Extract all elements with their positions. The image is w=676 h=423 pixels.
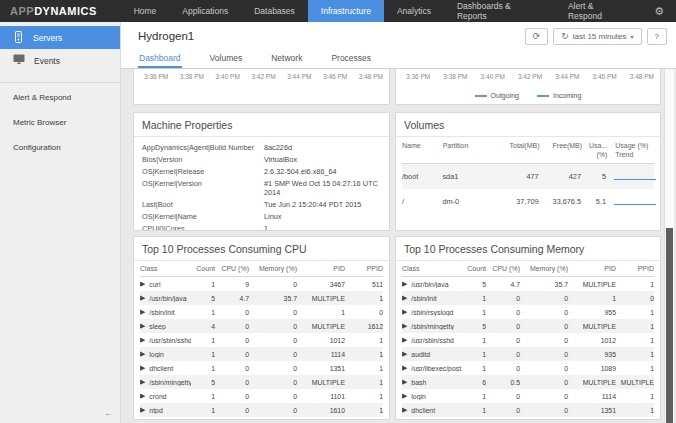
process-ppid: 1612 bbox=[345, 323, 383, 330]
sidebar-link[interactable]: Configuration bbox=[0, 135, 120, 160]
nav-item[interactable]: Analytics bbox=[384, 0, 444, 22]
nav-item[interactable]: Infrastructure bbox=[308, 0, 384, 22]
sidebar-item-events[interactable]: Events bbox=[0, 49, 120, 72]
expand-caret-icon[interactable]: ▶ bbox=[402, 322, 407, 330]
expand-caret-icon[interactable]: ▶ bbox=[140, 392, 145, 400]
column-header[interactable]: Partition bbox=[443, 141, 493, 150]
table-row[interactable]: ▶ntpd 1 0 0 1610 1 bbox=[140, 403, 383, 417]
tab[interactable]: Volumes bbox=[209, 50, 244, 68]
nav-item[interactable]: Applications bbox=[169, 0, 241, 22]
table-row[interactable]: /boot sda1 477 427 5 bbox=[402, 164, 654, 189]
tab[interactable]: Dashboard bbox=[138, 50, 182, 68]
help-button[interactable]: ? bbox=[647, 28, 667, 45]
expand-caret-icon[interactable]: ▶ bbox=[140, 406, 145, 414]
table-row[interactable]: ▶bash 6 0.5 0 MULTIPLE MULTIPLE bbox=[402, 375, 654, 389]
expand-caret-icon[interactable]: ▶ bbox=[140, 336, 145, 344]
expand-caret-icon[interactable]: ▶ bbox=[140, 350, 145, 358]
column-header[interactable]: Class bbox=[402, 265, 462, 272]
column-header[interactable]: Class bbox=[140, 265, 191, 272]
column-header[interactable]: Memory (%) bbox=[249, 265, 297, 272]
property-key: CPU|0|Cores bbox=[142, 224, 264, 231]
table-row[interactable]: ▶dhclient 1 0 0 1351 1 bbox=[402, 403, 654, 417]
expand-caret-icon[interactable]: ▶ bbox=[140, 280, 145, 288]
refresh-button[interactable]: ⟳ bbox=[525, 28, 549, 45]
time-range-dropdown[interactable]: ↻ last 15 minutes ▾ bbox=[553, 28, 641, 45]
expand-caret-icon[interactable]: ▶ bbox=[402, 294, 407, 302]
sidebar-link[interactable]: Metric Browser bbox=[0, 110, 120, 135]
volumes-rows: /boot sda1 477 427 5 / dm-0 37,709 3 bbox=[402, 164, 654, 214]
expand-caret-icon[interactable]: ▶ bbox=[402, 308, 407, 316]
column-header[interactable]: Count bbox=[462, 265, 486, 272]
process-memory: 0 bbox=[249, 379, 297, 386]
process-cpu: 0.5 bbox=[486, 379, 520, 386]
table-row[interactable]: ▶curl 1 9 0 3467 511 bbox=[140, 277, 383, 291]
volume-partition: sda1 bbox=[442, 172, 492, 181]
memory-process-rows: ▶/usr/bin/java 5 4.7 35.7 MULTIPLE 1 ▶/s… bbox=[402, 277, 654, 417]
table-row[interactable]: ▶auditd 1 0 0 935 1 bbox=[402, 347, 654, 361]
process-memory: 0 bbox=[520, 379, 568, 386]
table-row[interactable]: ▶/sbin/mingetty 5 0 0 MULTIPLE 1 bbox=[140, 375, 383, 389]
expand-caret-icon[interactable]: ▶ bbox=[402, 280, 407, 288]
expand-caret-icon[interactable]: ▶ bbox=[402, 406, 407, 414]
expand-caret-icon[interactable]: ▶ bbox=[402, 336, 407, 344]
table-row[interactable]: ▶/sbin/init 1 0 0 1 0 bbox=[402, 291, 654, 305]
legend-item: Outgoing bbox=[475, 92, 519, 99]
tab[interactable]: Network bbox=[270, 50, 303, 68]
table-row[interactable]: / dm-0 37,709 33,676.5 5.1 bbox=[402, 189, 654, 214]
expand-caret-icon[interactable]: ▶ bbox=[140, 378, 145, 386]
vertical-scrollbar[interactable] bbox=[664, 69, 674, 423]
table-row[interactable]: ▶/usr/bin/java 5 4.7 35.7 MULTIPLE 1 bbox=[140, 291, 383, 305]
expand-caret-icon[interactable]: ▶ bbox=[140, 294, 145, 302]
column-header[interactable]: PPID bbox=[616, 265, 654, 272]
process-count: 1 bbox=[191, 337, 215, 344]
process-pid: 955 bbox=[568, 309, 616, 316]
column-header[interactable]: Total(MB) bbox=[493, 141, 539, 150]
expand-caret-icon[interactable]: ▶ bbox=[140, 322, 145, 330]
tab[interactable]: Processes bbox=[330, 50, 372, 68]
gear-icon[interactable]: ⚙ bbox=[642, 0, 676, 22]
column-header[interactable]: CPU (%) bbox=[215, 265, 249, 272]
table-row[interactable]: ▶crond 1 0 0 1101 1 bbox=[140, 389, 383, 403]
table-row[interactable]: ▶/sbin/rsyslogd 1 0 0 955 1 bbox=[402, 305, 654, 319]
column-header[interactable]: Usa... (%) bbox=[582, 141, 607, 159]
process-memory: 0 bbox=[249, 281, 297, 288]
process-pid: 1114 bbox=[568, 393, 616, 400]
expand-caret-icon[interactable]: ▶ bbox=[402, 364, 407, 372]
table-row[interactable]: ▶/usr/bin/java 5 4.7 35.7 MULTIPLE 1 bbox=[402, 277, 654, 291]
table-row[interactable]: ▶/sbin/init 1 0 0 1 0 bbox=[140, 305, 383, 319]
sidebar-link[interactable]: Alert & Respond bbox=[0, 85, 120, 110]
nav-item[interactable]: Home bbox=[121, 0, 170, 22]
table-row[interactable]: ▶dhclient 1 0 0 1351 1 bbox=[140, 361, 383, 375]
process-class: /usr/bin/java bbox=[149, 295, 186, 302]
column-header[interactable]: PID bbox=[297, 265, 345, 272]
expand-caret-icon[interactable]: ▶ bbox=[402, 392, 407, 400]
expand-caret-icon[interactable]: ▶ bbox=[140, 308, 145, 316]
expand-caret-icon[interactable]: ▶ bbox=[402, 350, 407, 358]
nav-item[interactable]: Alert & Respond bbox=[555, 0, 642, 22]
table-row[interactable]: ▶/usr/sbin/sshd 1 0 0 1012 1 bbox=[402, 333, 654, 347]
table-row[interactable]: ▶/usr/libexec/post... 1 0 0 1089 1 bbox=[402, 361, 654, 375]
expand-caret-icon[interactable]: ▶ bbox=[402, 378, 407, 386]
column-header[interactable]: PID bbox=[568, 265, 616, 272]
scrollbar-thumb[interactable] bbox=[666, 228, 673, 423]
column-header[interactable]: CPU (%) bbox=[486, 265, 520, 272]
table-row[interactable]: ▶/sbin/mingetty 5 0 0 MULTIPLE 1 bbox=[402, 319, 654, 333]
table-row[interactable]: ▶/usr/sbin/sshd 1 0 0 1012 1 bbox=[140, 333, 383, 347]
time-axis-label: 3:44 PM bbox=[287, 73, 311, 80]
expand-caret-icon[interactable]: ▶ bbox=[140, 364, 145, 372]
table-row[interactable]: ▶sleep 4 0 0 MULTIPLE 1612 bbox=[140, 319, 383, 333]
nav-item[interactable]: Dashboards & Reports bbox=[444, 0, 555, 22]
property-row: OS|Kernel|Release 2.6.32-504.el6.x86_64 bbox=[142, 165, 381, 177]
column-header[interactable]: Free(MB) bbox=[539, 141, 582, 150]
column-header[interactable]: Count bbox=[191, 265, 215, 272]
nav-item[interactable]: Databases bbox=[241, 0, 308, 22]
column-header[interactable]: Usage (%) Trend bbox=[607, 141, 654, 159]
process-cpu: 0 bbox=[215, 309, 249, 316]
table-row[interactable]: ▶login 1 0 0 1114 1 bbox=[140, 347, 383, 361]
column-header[interactable]: Name bbox=[402, 141, 443, 150]
sidebar-item-servers[interactable]: Servers bbox=[0, 26, 120, 49]
table-row[interactable]: ▶login 1 0 0 1114 1 bbox=[402, 389, 654, 403]
sidebar-collapse-icon[interactable]: ← bbox=[104, 408, 113, 418]
column-header[interactable]: Memory (%) bbox=[520, 265, 568, 272]
column-header[interactable]: PPID bbox=[345, 265, 383, 272]
